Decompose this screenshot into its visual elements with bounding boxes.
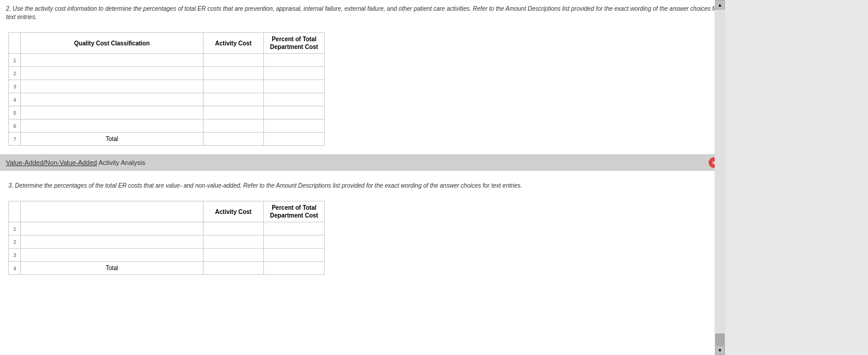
table1-section: Quality Cost Classification Activity Cos…: [0, 26, 725, 152]
table2-header-col1: [21, 201, 203, 222]
main-content: 2. Use the activity cost information to …: [0, 0, 725, 355]
instruction-1: 2. Use the activity cost information to …: [0, 0, 725, 26]
section2-bar: Value-Added/Non-Value-Added Activity Ana…: [0, 154, 725, 171]
quality-cost-table: Quality Cost Classification Activity Cos…: [8, 32, 325, 146]
table-row-total: 4 Total: [9, 262, 325, 275]
table2-header-activity-cost: Activity Cost: [203, 201, 264, 222]
value-added-table: Activity Cost Percent of Total Departmen…: [8, 201, 325, 275]
scrollbar[interactable]: ▲ ▼: [715, 0, 725, 355]
table2-section: Activity Cost Percent of Total Departmen…: [8, 195, 717, 281]
right-panel: [725, 0, 868, 355]
table1-header-rownum: [9, 33, 21, 54]
section2-title: Value-Added/Non-Value-Added Activity Ana…: [6, 159, 145, 166]
table2-header-percent: Percent of Total Department Cost: [264, 201, 325, 222]
scroll-thumb[interactable]: [715, 333, 725, 345]
table1-header-activity-cost: Activity Cost: [203, 33, 264, 54]
table1-header-percent: Percent of Total Department Cost: [264, 33, 325, 54]
scroll-down-button[interactable]: ▼: [715, 345, 725, 355]
table-row: 1: [9, 54, 325, 67]
table-row: 5: [9, 106, 325, 120]
table-row: 6: [9, 120, 325, 133]
table-row: 3: [9, 80, 325, 93]
table1-header-classification: Quality Cost Classification: [21, 33, 203, 54]
section2-content: 3. Determine the percentages of the tota…: [0, 171, 725, 287]
table2-header-rownum: [9, 201, 21, 222]
table-row: 3: [9, 249, 325, 262]
table-row: 2: [9, 67, 325, 80]
instruction-2: 3. Determine the percentages of the tota…: [8, 177, 717, 195]
table-row: 4: [9, 93, 325, 106]
table-row: 1: [9, 222, 325, 235]
scroll-up-button[interactable]: ▲: [715, 0, 725, 10]
table-row-total: 7 Total: [9, 133, 325, 146]
table-row: 2: [9, 235, 325, 249]
